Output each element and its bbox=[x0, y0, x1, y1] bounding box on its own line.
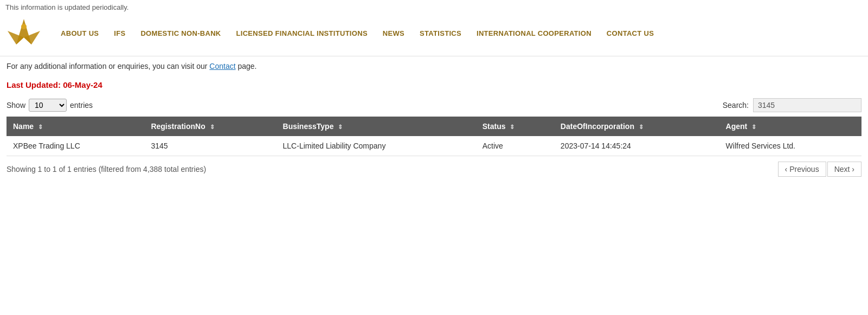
last-updated-label: Last Updated: bbox=[7, 80, 61, 89]
table-header-row: Name ⇕ RegistrationNo ⇕ BusinessType ⇕ S… bbox=[7, 117, 861, 136]
nav-contact-us[interactable]: CONTACT US bbox=[599, 27, 661, 40]
show-entries: Show 10 25 50 100 entries bbox=[7, 99, 93, 112]
cell-date-of-incorporation: 2023-07-14 14:45:24 bbox=[554, 136, 719, 156]
data-table: Name ⇕ RegistrationNo ⇕ BusinessType ⇕ S… bbox=[7, 117, 861, 156]
pagination-row: Showing 1 to 1 of 1 entries (filtered fr… bbox=[7, 162, 861, 177]
cell-status: Active bbox=[476, 136, 554, 156]
search-label: Search: bbox=[723, 101, 749, 110]
sort-icon-name: ⇕ bbox=[38, 124, 43, 131]
table-row: XPBee Trading LLC 3145 LLC-Limited Liabi… bbox=[7, 136, 861, 156]
search-input[interactable] bbox=[753, 98, 861, 112]
nav-news[interactable]: NEWS bbox=[375, 27, 412, 40]
entries-select[interactable]: 10 25 50 100 bbox=[29, 99, 67, 112]
nav-about-us[interactable]: ABOUT US bbox=[53, 27, 106, 40]
nav-international-cooperation[interactable]: INTERNATIONAL COOPERATION bbox=[469, 27, 599, 40]
nav-domestic-non-bank[interactable]: DOMESTIC NON-BANK bbox=[133, 27, 228, 40]
svg-point-3 bbox=[21, 24, 27, 29]
last-updated: Last Updated: 06-May-24 bbox=[7, 80, 861, 89]
header: ABOUT US IFS DOMESTIC NON-BANK LICENSED … bbox=[0, 12, 868, 56]
pagination-info: Showing 1 to 1 of 1 entries (filtered fr… bbox=[7, 165, 206, 173]
cell-name: XPBee Trading LLC bbox=[7, 136, 144, 156]
th-registration-no[interactable]: RegistrationNo ⇕ bbox=[144, 117, 276, 136]
search-box: Search: bbox=[723, 98, 861, 112]
main-content: For any additional information or enquir… bbox=[0, 56, 868, 182]
entries-label: entries bbox=[70, 101, 93, 110]
sort-icon-biztype: ⇕ bbox=[338, 124, 343, 131]
contact-prefix: For any additional information or enquir… bbox=[7, 62, 209, 70]
top-info-bar: This information is updated periodically… bbox=[0, 0, 868, 12]
cell-business-type: LLC-Limited Liability Company bbox=[277, 136, 476, 156]
top-info-text: This information is updated periodically… bbox=[5, 3, 128, 11]
previous-button[interactable]: Previous bbox=[778, 162, 826, 177]
th-date-of-incorporation[interactable]: DateOfIncorporation ⇕ bbox=[554, 117, 719, 136]
nav-licensed-financial-institutions[interactable]: LICENSED FINANCIAL INSTITUTIONS bbox=[229, 27, 375, 40]
main-nav: ABOUT US IFS DOMESTIC NON-BANK LICENSED … bbox=[53, 27, 661, 40]
contact-info-line: For any additional information or enquir… bbox=[7, 62, 861, 70]
logo-icon bbox=[5, 15, 42, 52]
sort-icon-doi: ⇕ bbox=[639, 124, 644, 131]
th-agent[interactable]: Agent ⇕ bbox=[719, 117, 861, 136]
next-button[interactable]: Next bbox=[827, 162, 861, 177]
pagination-buttons: Previous Next bbox=[778, 162, 861, 177]
th-status[interactable]: Status ⇕ bbox=[476, 117, 554, 136]
sort-icon-status: ⇕ bbox=[510, 124, 515, 131]
th-name[interactable]: Name ⇕ bbox=[7, 117, 144, 136]
sort-icon-regno: ⇕ bbox=[210, 124, 215, 131]
table-controls: Show 10 25 50 100 entries Search: bbox=[7, 98, 861, 112]
show-label: Show bbox=[7, 101, 25, 110]
contact-suffix: page. bbox=[236, 62, 257, 70]
contact-link[interactable]: Contact bbox=[209, 62, 235, 70]
sort-icon-agent: ⇕ bbox=[751, 124, 756, 131]
last-updated-date: 06-May-24 bbox=[63, 80, 102, 89]
th-business-type[interactable]: BusinessType ⇕ bbox=[277, 117, 476, 136]
nav-ifs[interactable]: IFS bbox=[106, 27, 133, 40]
cell-agent: Wilfred Services Ltd. bbox=[719, 136, 861, 156]
cell-registration-no: 3145 bbox=[144, 136, 276, 156]
nav-statistics[interactable]: STATISTICS bbox=[412, 27, 469, 40]
